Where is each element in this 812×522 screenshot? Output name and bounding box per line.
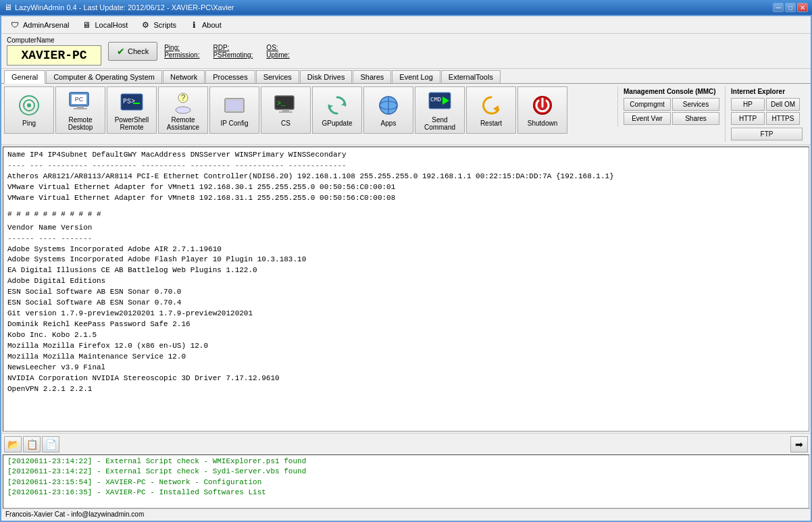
- remote-assistance-button[interactable]: ? Remote Assistance: [158, 86, 208, 134]
- svg-text:?: ?: [181, 93, 186, 103]
- ip-config-button[interactable]: IP IP Config: [209, 86, 259, 134]
- apps-row: NVIDIA Corporation NVIDIA Stereoscopic 3…: [7, 373, 805, 384]
- apps-row: Git version 1.7.9-preview20120201 1.7.9-…: [7, 309, 805, 319]
- network-row: Atheros AR8121/AR8113/AR8114 PCI-E Ether…: [7, 172, 805, 182]
- computer-name-value[interactable]: XAVIER-PC: [7, 45, 101, 66]
- apps-row: EA Digital Illusions CE AB Battlelog Web…: [7, 265, 805, 276]
- menu-localhost[interactable]: 🖥 LocalHost: [76, 18, 133, 32]
- mgmt-row-2: Event Vwr Shares: [624, 112, 719, 125]
- http-button[interactable]: HTTP: [731, 112, 765, 125]
- ping-button[interactable]: Ping: [4, 86, 54, 134]
- svg-marker-22: [329, 105, 333, 109]
- apps-icon: [376, 93, 401, 118]
- gpupdate-label: GPupdate: [322, 120, 352, 127]
- psremoting-label[interactable]: PSRemoting:: [213, 51, 253, 59]
- dell-om-button[interactable]: Dell OM: [766, 98, 800, 111]
- svg-rect-5: [77, 106, 84, 108]
- log-entry: [20120611-23:15:54] - XAVIER-PC - Networ…: [7, 477, 805, 488]
- apps-row: OpenVPN 2.2.1 2.2.1: [7, 384, 805, 395]
- uptime-label[interactable]: Uptime:: [266, 51, 289, 59]
- restart-label: Restart: [480, 120, 502, 127]
- apps-row: Kobo Inc. Kobo 2.1.5: [7, 330, 805, 341]
- rdp-label[interactable]: RDP:: [213, 44, 253, 51]
- event-vwr-button[interactable]: Event Vwr: [624, 112, 671, 125]
- network-row: VMware Virtual Ethernet Adapter for VMne…: [7, 193, 805, 204]
- apps-row: Adobe Systems Incorporated Adobe Flash P…: [7, 255, 805, 265]
- mgmt-title: Management Console (MMC): [624, 88, 719, 95]
- check-icon: ✔: [117, 46, 125, 57]
- restart-button[interactable]: Restart: [466, 86, 516, 134]
- maximize-button[interactable]: □: [785, 3, 796, 12]
- mgmt-row-1: Compmgmt Services: [624, 98, 719, 111]
- services-button[interactable]: Services: [672, 98, 719, 111]
- gpupdate-button[interactable]: GPupdate: [312, 86, 362, 134]
- network-separator: ---- --- --------- ---------- ----------…: [7, 161, 805, 172]
- apps-button[interactable]: Apps: [363, 86, 413, 134]
- ip-config-icon: IP: [222, 93, 247, 118]
- svg-text:PC: PC: [75, 96, 84, 103]
- tab-shares[interactable]: Shares: [353, 70, 391, 83]
- paste-button[interactable]: 📄: [42, 436, 59, 452]
- copy-button[interactable]: 📋: [23, 436, 41, 452]
- tab-disk-drives[interactable]: Disk Drives: [300, 70, 353, 83]
- shutdown-icon: [530, 93, 555, 118]
- os-info: OS: Uptime:: [266, 44, 289, 59]
- tab-event-log[interactable]: Event Log: [392, 70, 440, 83]
- ping-label: Ping: [22, 120, 36, 127]
- svg-text:PS>: PS>: [123, 98, 135, 105]
- restart-icon: [479, 93, 503, 118]
- ftp-row: FTP: [731, 128, 803, 140]
- data-area[interactable]: Name IP4 IP4Subnet DefaultGWY MacAddress…: [3, 147, 809, 432]
- send-command-button[interactable]: CMD Send Command: [415, 86, 465, 134]
- cs-label: CS: [281, 120, 290, 127]
- ftp-button[interactable]: FTP: [731, 128, 803, 140]
- ping-label[interactable]: Ping:: [164, 44, 199, 51]
- export-button[interactable]: ➡: [790, 436, 808, 452]
- apps-row: NewsLeecher v3.9 Final: [7, 363, 805, 373]
- ip-config-label: IP Config: [221, 120, 249, 127]
- status-text: Francois-Xavier Cat - info@lazywinadmin.…: [5, 511, 144, 518]
- apps-row: Mozilla Mozilla Maintenance Service 12.0: [7, 352, 805, 363]
- cs-icon: >_: [274, 93, 298, 118]
- menu-about[interactable]: ℹ About: [183, 18, 227, 32]
- remote-desktop-button[interactable]: PC Remote Desktop: [55, 86, 105, 134]
- close-button[interactable]: ✕: [797, 3, 808, 12]
- bottom-right-buttons: ➡: [790, 436, 808, 452]
- compmgmt-button[interactable]: Compmgmt: [624, 98, 671, 111]
- minimize-button[interactable]: ─: [773, 3, 784, 12]
- apps-header: Vendor Name Version: [7, 223, 805, 234]
- log-area[interactable]: [20120611-23:14:22] - External Script ch…: [3, 454, 809, 508]
- cs-button[interactable]: >_ CS: [261, 86, 311, 134]
- powershell-remote-icon: PS>: [120, 90, 144, 114]
- gpupdate-icon: [325, 93, 349, 118]
- tab-general[interactable]: General: [4, 70, 45, 84]
- tab-services[interactable]: Services: [256, 70, 299, 83]
- svg-rect-16: [226, 100, 243, 111]
- menu-scripts[interactable]: ⚙ Scripts: [134, 18, 182, 32]
- open-button[interactable]: 📂: [4, 436, 22, 452]
- os-label[interactable]: OS:: [266, 44, 289, 51]
- https-button[interactable]: HTTPS: [766, 112, 800, 125]
- shares-button[interactable]: Shares: [672, 112, 719, 125]
- menu-admin-arsenal[interactable]: 🛡 AdminArsenal: [4, 18, 74, 32]
- status-bar: Francois-Xavier Cat - info@lazywinadmin.…: [1, 508, 811, 521]
- remote-desktop-label: Remote Desktop: [68, 116, 93, 131]
- svg-point-2: [27, 103, 31, 107]
- tab-network[interactable]: Network: [163, 70, 205, 83]
- admin-arsenal-icon: 🛡: [9, 20, 20, 30]
- ie-row-2: HTTP HTTPS: [731, 112, 803, 125]
- permission-label[interactable]: Permission:: [164, 51, 199, 59]
- check-button[interactable]: ✔ Check: [108, 42, 157, 61]
- tab-processes[interactable]: Processes: [205, 70, 255, 83]
- svg-text:CMD: CMD: [430, 97, 441, 103]
- apps-row: Adobe Digital Editions: [7, 276, 805, 287]
- tab-externaltools[interactable]: ExternalTools: [441, 70, 501, 83]
- powershell-remote-button[interactable]: PS> PowerShell Remote: [107, 86, 157, 134]
- shutdown-button[interactable]: Shutdown: [517, 86, 567, 134]
- hp-button[interactable]: HP: [731, 98, 765, 111]
- remote-assistance-label: Remote Assistance: [167, 116, 199, 131]
- title-bar: 🖥 LazyWinAdmin 0.4 - Last Update: 2012/0…: [0, 0, 812, 15]
- ie-title: Internet Explorer: [731, 88, 803, 95]
- tab-computer-&-operating-system[interactable]: Computer & Operating System: [46, 70, 162, 83]
- bottom-left-buttons: 📂 📋 📄: [4, 436, 59, 452]
